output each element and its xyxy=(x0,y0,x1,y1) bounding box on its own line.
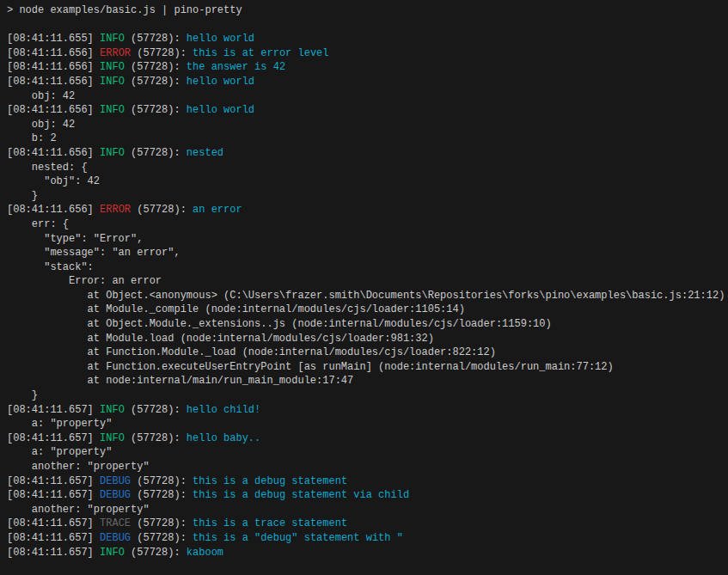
log-segment: the answer is 42 xyxy=(187,61,285,73)
log-segment: hello world xyxy=(187,104,254,116)
terminal-line: "obj": 42 xyxy=(7,174,728,189)
terminal-line: [08:41:11.656] ERROR (57728): this is at… xyxy=(7,46,728,61)
terminal-line: another: "property" xyxy=(7,460,728,474)
log-segment: a: "property" xyxy=(7,418,112,430)
log-segment: (57728): xyxy=(125,33,187,45)
log-segment: at Function.Module._load (node:internal/… xyxy=(7,346,496,358)
log-segment: [08:41:11.657] xyxy=(7,432,100,444)
terminal-line: [08:41:11.656] ERROR (57728): an error xyxy=(7,203,728,217)
log-segment: [08:41:11.656] xyxy=(7,61,100,73)
log-segment: (57728): xyxy=(125,547,187,559)
log-segment: hello baby.. xyxy=(187,432,260,444)
terminal-line: "stack": xyxy=(7,260,728,275)
log-segment: (57728): xyxy=(131,489,193,501)
log-segment: (57728): xyxy=(131,517,193,529)
log-segment: [08:41:11.657] xyxy=(7,547,100,559)
log-segment: "stack": xyxy=(7,261,94,273)
log-segment: [08:41:11.657] xyxy=(7,404,100,416)
terminal-line: "message": "an error", xyxy=(7,246,728,260)
terminal-line: "type": "Error", xyxy=(7,232,728,247)
log-segment: [08:41:11.656] xyxy=(7,204,100,216)
terminal-line: [08:41:11.657] INFO (57728): hello baby.… xyxy=(7,431,728,446)
terminal-line: } xyxy=(7,189,728,204)
log-segment: (57728): xyxy=(125,432,187,444)
terminal-line: [08:41:11.655] INFO (57728): hello world xyxy=(7,32,728,46)
terminal-line: another: "property" xyxy=(7,503,728,517)
log-segment: ERROR xyxy=(100,204,131,216)
log-segment: at Module._compile (node:internal/module… xyxy=(7,303,465,315)
log-segment: at Function.executeUserEntryPoint [as ru… xyxy=(7,361,614,373)
log-segment: hello world xyxy=(187,76,254,88)
log-segment: nested xyxy=(187,147,223,159)
terminal-line: [08:41:11.656] INFO (57728): hello world xyxy=(7,103,728,118)
terminal-line: obj: 42 xyxy=(7,89,728,104)
terminal-line: [08:41:11.656] INFO (57728): hello world xyxy=(7,75,728,89)
log-segment: a: "property" xyxy=(7,446,112,458)
log-segment: (57728): xyxy=(131,475,193,487)
log-segment: kaboom xyxy=(187,547,223,559)
log-segment: hello world xyxy=(187,33,254,45)
log-segment: this is a debug statement xyxy=(193,475,347,487)
terminal-line: [08:41:11.657] DEBUG (57728): this is a … xyxy=(7,474,728,489)
log-segment: (57728): xyxy=(131,47,193,59)
log-segment: INFO xyxy=(100,76,125,88)
log-segment: at Object.Module._extensions..js (node:i… xyxy=(7,318,552,330)
log-segment: this is a "debug" statement with " xyxy=(193,532,403,544)
log-segment: [08:41:11.657] xyxy=(7,475,100,487)
log-segment: INFO xyxy=(100,33,125,45)
terminal-line: at Function.Module._load (node:internal/… xyxy=(7,346,728,360)
terminal-line: at node:internal/main/run_main_module:17… xyxy=(7,374,728,388)
terminal-line: a: "property" xyxy=(7,445,728,460)
log-segment: this is at error level xyxy=(193,47,328,59)
log-segment: INFO xyxy=(100,404,125,416)
log-segment: an error xyxy=(193,204,242,216)
log-segment: nested: { xyxy=(7,162,88,174)
terminal-line: at Function.executeUserEntryPoint [as ru… xyxy=(7,360,728,375)
log-segment: TRACE xyxy=(100,517,131,529)
terminal-line: [08:41:11.657] DEBUG (57728): this is a … xyxy=(7,488,728,503)
terminal-line: [08:41:11.657] INFO (57728): kaboom xyxy=(7,546,728,560)
log-segment: (57728): xyxy=(125,76,187,88)
log-segment: another: "property" xyxy=(7,504,150,516)
log-segment: DEBUG xyxy=(100,489,131,501)
terminal-line: at Object.<anonymous> (C:\Users\frazer.s… xyxy=(7,289,728,303)
log-segment: Error: an error xyxy=(7,275,162,287)
log-segment: } xyxy=(7,190,38,202)
log-segment: > node examples/basic.js | pino-pretty xyxy=(7,4,242,16)
log-segment: hello child! xyxy=(187,404,260,416)
log-segment: "type": "Error", xyxy=(7,233,143,245)
log-segment: [08:41:11.657] xyxy=(7,489,100,501)
log-segment: INFO xyxy=(100,547,125,559)
terminal-line xyxy=(7,18,728,33)
log-segment: at Module.load (node:internal/modules/cj… xyxy=(7,333,434,345)
log-segment: another: "property" xyxy=(7,461,150,473)
terminal-line: Error: an error xyxy=(7,274,728,289)
terminal-line: at Module.load (node:internal/modules/cj… xyxy=(7,332,728,346)
log-segment: this is a debug statement via child xyxy=(193,489,409,501)
log-segment: ERROR xyxy=(100,47,131,59)
log-segment: (57728): xyxy=(125,404,187,416)
log-segment: b: 2 xyxy=(7,132,57,144)
log-segment: obj: 42 xyxy=(7,119,75,131)
terminal-line: } xyxy=(7,388,728,403)
log-segment: [08:41:11.656] xyxy=(7,76,100,88)
log-segment: [08:41:11.657] xyxy=(7,532,100,544)
log-segment: INFO xyxy=(100,432,125,444)
terminal-line: b: 2 xyxy=(7,132,728,146)
terminal-line: a: "property" xyxy=(7,417,728,431)
terminal-line: [08:41:11.656] INFO (57728): nested xyxy=(7,146,728,161)
terminal-line: err: { xyxy=(7,217,728,232)
terminal-line: [08:41:11.657] DEBUG (57728): this is a … xyxy=(7,531,728,546)
log-segment: } xyxy=(7,389,38,401)
terminal-line: at Module._compile (node:internal/module… xyxy=(7,303,728,317)
log-segment: "message": "an error", xyxy=(7,247,180,259)
log-segment: "obj": 42 xyxy=(7,175,100,187)
log-segment: (57728): xyxy=(125,61,187,73)
log-segment: INFO xyxy=(100,147,125,159)
log-segment: (57728): xyxy=(125,104,187,116)
log-segment: [08:41:11.656] xyxy=(7,47,100,59)
log-segment: (57728): xyxy=(131,204,193,216)
terminal-log-lines: > node examples/basic.js | pino-pretty [… xyxy=(7,3,728,560)
log-segment: DEBUG xyxy=(100,475,131,487)
terminal-output[interactable]: > node examples/basic.js | pino-pretty [… xyxy=(0,0,728,575)
